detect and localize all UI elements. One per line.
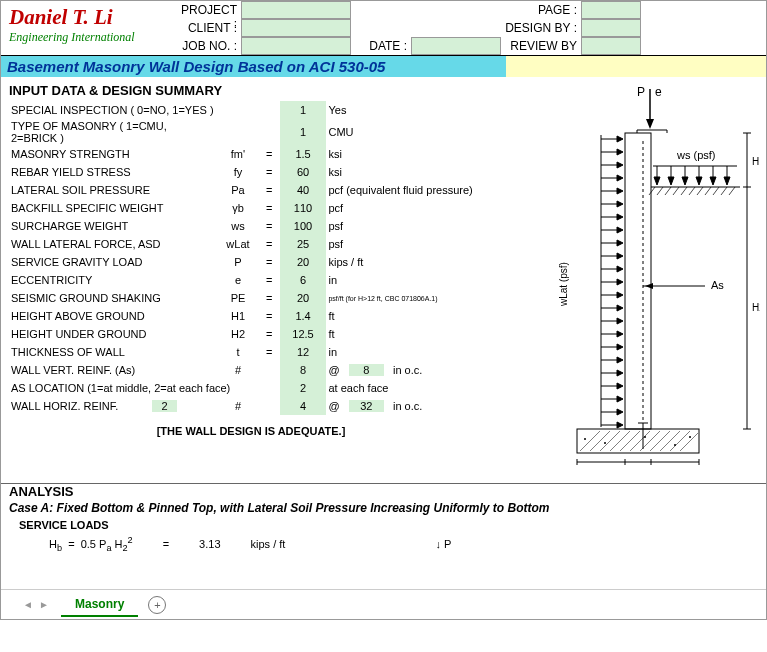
svg-marker-1 [646, 119, 654, 129]
client-input[interactable] [241, 19, 351, 37]
row-symbol [217, 101, 259, 119]
row-value[interactable]: 1.4 [280, 307, 327, 325]
row-value[interactable]: 60 [280, 163, 327, 181]
row-symbol: γb [217, 199, 259, 217]
row-value[interactable]: 6 [280, 271, 327, 289]
row-symbol: wLat [217, 235, 259, 253]
row-unit: ft [326, 325, 493, 343]
svg-line-44 [705, 187, 711, 195]
row-unit: psf/ft (for H>12 ft, CBC 071806A.1) [326, 289, 493, 307]
project-input[interactable] [241, 1, 351, 19]
row-value[interactable]: 40 [280, 181, 327, 199]
title-bar: Basement Masonry Wall Design Based on AC… [1, 56, 766, 77]
date-input[interactable] [411, 37, 501, 55]
input-table: SPECIAL INSPECTION ( 0=NO, 1=YES )1YesTY… [9, 101, 493, 415]
row-symbol: fy [217, 163, 259, 181]
row-symbol: H1 [217, 307, 259, 325]
tab-next-icon[interactable]: ► [37, 599, 51, 610]
row-symbol: t [217, 343, 259, 361]
row-unit: pcf (equivalent fluid pressure) [326, 181, 493, 199]
row-symbol [217, 119, 259, 145]
svg-line-10 [610, 431, 630, 451]
svg-line-7 [580, 431, 600, 451]
svg-line-38 [657, 187, 663, 195]
svg-marker-89 [617, 396, 623, 402]
designby-input[interactable] [581, 19, 641, 37]
input-row: WALL LATERAL FORCE, ASDwLat=25psf [9, 235, 493, 253]
svg-marker-25 [654, 177, 660, 185]
svg-rect-5 [625, 133, 651, 429]
row-value[interactable]: 12 [280, 343, 327, 361]
tab-masonry[interactable]: Masonry [61, 593, 138, 617]
jobno-input[interactable] [241, 37, 351, 55]
svg-marker-85 [617, 370, 623, 376]
row-value[interactable]: 1.5 [280, 145, 327, 163]
reviewby-input[interactable] [581, 37, 641, 55]
jobno-label: JOB NO. : [171, 37, 241, 55]
svg-line-47 [729, 187, 735, 195]
row-value[interactable]: 110 [280, 199, 327, 217]
svg-point-20 [644, 436, 646, 438]
row-value[interactable]: 100 [280, 217, 327, 235]
row-symbol: PE [217, 289, 259, 307]
diagram-wlat-label: wLat (psf) [558, 262, 569, 307]
row-label: MASONRY STRENGTH [9, 145, 217, 163]
row-unit: ksi [326, 145, 493, 163]
tab-prev-icon[interactable]: ◄ [21, 599, 35, 610]
row-label: THICKNESS OF WALL [9, 343, 217, 361]
row-symbol: P [217, 253, 259, 271]
row-label: SERVICE GRAVITY LOAD [9, 253, 217, 271]
svg-line-40 [673, 187, 679, 195]
svg-marker-73 [617, 292, 623, 298]
input-row: HEIGHT UNDER GROUNDH2=12.5ft [9, 325, 493, 343]
worksheet: Daniel T. Li Engineering International P… [0, 0, 767, 620]
svg-point-22 [689, 436, 691, 438]
svg-line-14 [650, 431, 670, 451]
input-row: BACKFILL SPECIFIC WEIGHTγb=110pcf [9, 199, 493, 217]
date-label: DATE : [351, 37, 411, 55]
svg-marker-65 [617, 240, 623, 246]
hb-expression: Hb = 0.5 Pa H22 [49, 535, 133, 553]
logo-block: Daniel T. Li Engineering International [1, 1, 171, 55]
svg-marker-51 [617, 149, 623, 155]
title-right-pad [506, 56, 766, 77]
hb-value: 3.13 [199, 538, 220, 550]
svg-marker-27 [668, 177, 674, 185]
row-value[interactable]: 20 [280, 289, 327, 307]
header: Daniel T. Li Engineering International P… [1, 1, 766, 56]
svg-marker-81 [617, 344, 623, 350]
row-unit: psf [326, 235, 493, 253]
row-unit: ft [326, 307, 493, 325]
svg-marker-71 [617, 279, 623, 285]
row-symbol: ws [217, 217, 259, 235]
input-row: THICKNESS OF WALLt=12in [9, 343, 493, 361]
input-row: LATERAL SOIL PRESSUREPa=40pcf (equivalen… [9, 181, 493, 199]
svg-line-37 [649, 187, 655, 195]
input-heading: INPUT DATA & DESIGN SUMMARY [9, 83, 493, 98]
input-row: TYPE OF MASONRY ( 1=CMU, 2=BRICK )1CMU [9, 119, 493, 145]
row-vert-reinf: WALL VERT. REINF. (As) # 8 @ 8 in o.c. [9, 361, 493, 379]
svg-point-19 [604, 442, 606, 444]
hb-row: Hb = 0.5 Pa H22 = 3.13 kips / ft ↓ P [49, 535, 758, 553]
page-input[interactable] [581, 1, 641, 19]
row-value[interactable]: 1 [280, 101, 327, 119]
svg-line-39 [665, 187, 671, 195]
row-value[interactable]: 20 [280, 253, 327, 271]
row-symbol: Pa [217, 181, 259, 199]
row-value[interactable]: 1 [280, 119, 327, 145]
tab-add-button[interactable]: + [148, 596, 166, 614]
input-row: REBAR YIELD STRESSfy=60ksi [9, 163, 493, 181]
input-row: SEISMIC GROUND SHAKINGPE=20psf/ft (for H… [9, 289, 493, 307]
svg-point-21 [674, 444, 676, 446]
input-row: SERVICE GRAVITY LOADP=20kips / ft [9, 253, 493, 271]
svg-marker-63 [617, 227, 623, 233]
adequacy-note: [THE WALL DESIGN IS ADEQUATE.] [9, 425, 493, 437]
diagram-p-label: P [637, 85, 645, 99]
row-horiz-reinf: WALL HORIZ. REINF. 2 # 4 @ 32 in o.c. [9, 397, 493, 415]
reviewby-label: REVIEW BY : [501, 37, 581, 55]
row-unit: CMU [326, 119, 493, 145]
row-value[interactable]: 12.5 [280, 325, 327, 343]
row-label: SPECIAL INSPECTION ( 0=NO, 1=YES ) [9, 101, 217, 119]
row-value[interactable]: 25 [280, 235, 327, 253]
svg-line-12 [630, 431, 650, 451]
